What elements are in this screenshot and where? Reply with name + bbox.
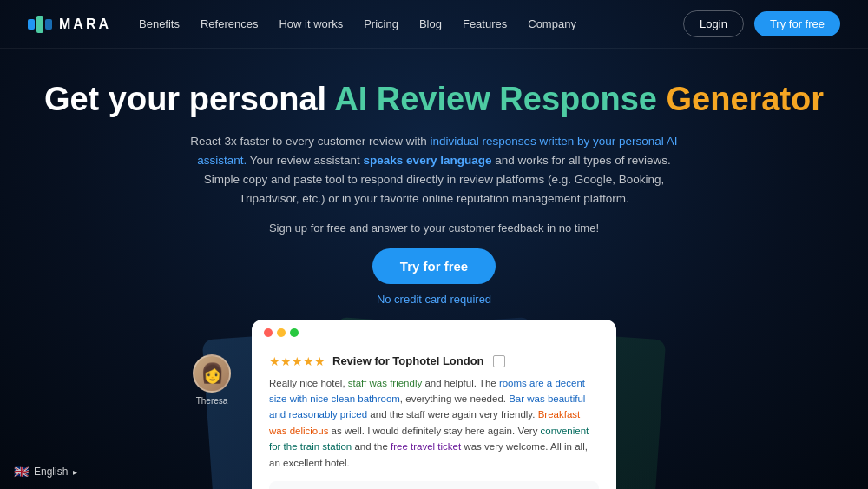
svg-rect-0	[28, 19, 35, 30]
no-credit-card-label: No credit card required	[377, 293, 491, 306]
nav-link-company[interactable]: Company	[528, 17, 576, 30]
brand-name: MARA	[59, 17, 111, 32]
language-selector[interactable]: 🇬🇧 English ▸	[14, 465, 77, 479]
hero-cta-button[interactable]: Try for free	[372, 248, 496, 284]
reviewer-avatar-container: 👩 Theresa	[193, 354, 231, 406]
nav-left: MARA Benefits References How it works Pr…	[28, 16, 576, 33]
svg-rect-1	[36, 16, 43, 33]
card-stack: 👩 Theresa ★★★★★ Review for Tophotel Lond…	[234, 320, 634, 489]
language-label: English	[34, 466, 68, 478]
nav-try-button[interactable]: Try for free	[754, 11, 840, 36]
nav-links: Benefits References How it works Pricing…	[139, 17, 576, 30]
nav-link-pricing[interactable]: Pricing	[364, 17, 398, 30]
avatar: 👩	[193, 354, 231, 393]
logo[interactable]: MARA	[28, 16, 111, 33]
nav-link-blog[interactable]: Blog	[419, 17, 442, 30]
nav-right: Login Try for free	[683, 10, 840, 37]
hero-title-generator: Generator	[666, 81, 824, 117]
avatar-emoji: 👩	[201, 362, 224, 385]
review-title: Review for Tophotel London	[332, 354, 484, 367]
flag-icon: 🇬🇧	[14, 465, 29, 479]
hero-description: React 3x faster to every customer review…	[182, 132, 686, 209]
review-title-prefix: Review for	[332, 354, 392, 367]
copy-icon[interactable]	[493, 355, 505, 367]
hero-highlight-2: speaks every language	[364, 154, 492, 167]
hero-title-ai: AI Review Response	[334, 81, 657, 117]
reviewer-name: Theresa	[196, 396, 228, 406]
review-header: ★★★★★ Review for Tophotel London	[269, 354, 599, 368]
main-card: ★★★★★ Review for Tophotel London Really …	[252, 320, 616, 489]
nav-link-benefits[interactable]: Benefits	[139, 17, 180, 30]
chevron-down-icon: ▸	[73, 467, 77, 477]
svg-rect-2	[45, 19, 52, 30]
traffic-light-red	[264, 328, 273, 337]
traffic-light-green	[290, 328, 299, 337]
hero-title-prefix: Get your personal	[44, 81, 334, 117]
hotel-name: Tophotel London	[392, 354, 483, 367]
nav-link-features[interactable]: Features	[463, 17, 507, 30]
review-stars: ★★★★★	[269, 354, 326, 368]
review-text: Really nice hotel, staff was friendly an…	[269, 375, 599, 471]
highlight-staff-friendly: staff was friendly	[348, 378, 422, 388]
response-section: ↩ Your AI response proposal Regenerate ↻…	[269, 481, 599, 489]
nav-link-how-it-works[interactable]: How it works	[279, 17, 343, 30]
hero-title: Get your personal AI Review Response Gen…	[44, 80, 824, 120]
nav-link-references[interactable]: References	[201, 17, 258, 30]
login-button[interactable]: Login	[683, 10, 744, 37]
highlight-travel-ticket: free travel ticket	[391, 441, 461, 452]
hero-signup-text: Sign up for free and answer to your cust…	[269, 221, 599, 235]
card-area: 👩 Theresa ★★★★★ Review for Tophotel Lond…	[0, 320, 868, 489]
traffic-lights	[264, 328, 299, 337]
hero-section: Get your personal AI Review Response Gen…	[0, 49, 868, 306]
navbar: MARA Benefits References How it works Pr…	[0, 0, 868, 49]
traffic-light-yellow	[277, 328, 286, 337]
logo-icon	[28, 16, 52, 33]
